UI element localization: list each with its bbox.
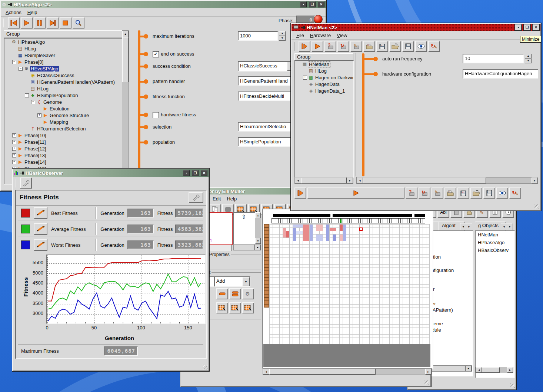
menu-edit[interactable]: Edit <box>210 195 223 202</box>
tab-scroll-right-icon[interactable]: ► <box>466 223 472 230</box>
mini-vscrollbar[interactable]: ▲ ▼ <box>255 212 261 244</box>
reload-edit-button[interactable]: ↻✎ <box>428 41 440 52</box>
fitness-plot[interactable] <box>46 255 206 324</box>
tree-expander-icon[interactable]: − <box>19 67 23 71</box>
resize-grip[interactable] <box>510 383 515 388</box>
list-item[interactable]: HNetMan <box>478 232 498 237</box>
maximize-button[interactable]: ❒ <box>309 1 316 7</box>
tree-item-hagendata-1[interactable]: ◈HagenData_1 <box>295 87 353 94</box>
scroll-right-icon[interactable]: ► <box>425 369 432 375</box>
menu-actions[interactable]: Actions <box>3 9 24 16</box>
chip-help-button[interactable]: ? <box>324 41 336 52</box>
folder-mini-button[interactable]: 01 <box>444 187 456 199</box>
tree-expander-icon[interactable]: − <box>12 60 16 64</box>
text-field-fitness-function[interactable]: HFitnessDecideMulti <box>238 92 295 101</box>
run-pause-button[interactable] <box>299 41 310 52</box>
tree-expander-icon[interactable]: − <box>25 93 29 97</box>
dropdown-icon[interactable]: ▼ <box>242 277 250 286</box>
minimize-button[interactable]: ▪ <box>515 24 522 30</box>
spinner-value[interactable]: 10 <box>463 54 524 63</box>
tree-item-mapping[interactable]: ▶Mapping <box>4 119 123 125</box>
checkbox-end-on-success[interactable]: ✓ <box>153 51 159 57</box>
tree-item-phase-12[interactable]: +▶Phase[12] <box>4 145 123 152</box>
zoom-button[interactable] <box>73 17 84 29</box>
form-hscrollbar[interactable]: ◄ ► <box>356 177 538 184</box>
run-button[interactable] <box>307 187 404 199</box>
scroll-right-icon[interactable]: ► <box>532 177 538 183</box>
color-swatch[interactable] <box>21 240 30 249</box>
bar-button[interactable] <box>216 288 228 299</box>
stop-button[interactable] <box>60 17 71 29</box>
reload-edit-button[interactable]: ↻✎ <box>509 187 521 199</box>
text-field-selection[interactable]: HTournamentSelectio <box>238 122 295 132</box>
tab-scroll-left-icon[interactable]: ◄ <box>501 223 507 230</box>
chip-help-button[interactable]: ? <box>406 187 417 199</box>
minimize-button[interactable]: ▪ <box>183 170 190 176</box>
text-field-pattern-handler[interactable]: HGeneralPatternHand <box>238 76 295 86</box>
gear-button[interactable]: ⚙ <box>242 288 254 299</box>
tree-item-hagendata[interactable]: ◈HagenData <box>295 81 353 87</box>
tree-item-phase-11[interactable]: +▶Phase[11] <box>4 139 123 145</box>
tree-item-phase-13[interactable]: +▶Phase[13] <box>4 152 123 159</box>
open-button[interactable] <box>389 41 401 52</box>
folder-mini-button[interactable]: 01 <box>363 41 375 52</box>
chip-reload-button[interactable]: ↻ <box>419 187 430 199</box>
scroll-left-icon[interactable]: ◄ <box>295 177 301 183</box>
spinner-value[interactable]: 1000 <box>238 31 278 41</box>
resize-grip[interactable] <box>424 380 429 385</box>
resize-grip[interactable] <box>203 365 207 369</box>
tree-item-hlog[interactable]: ▤HLog <box>295 67 353 74</box>
brush-button[interactable] <box>34 207 47 219</box>
preview-footer-button[interactable] <box>208 245 232 251</box>
tree-expander-icon[interactable]: + <box>12 140 16 144</box>
menu-file[interactable]: File <box>294 32 307 39</box>
table-cursor-button[interactable] <box>229 302 241 313</box>
close-button[interactable]: ✕ <box>533 24 539 30</box>
table-cursor-button[interactable] <box>242 302 254 313</box>
spin-up-icon[interactable]: ▲ <box>525 54 532 59</box>
scroll-right-icon[interactable]: ► <box>507 367 513 373</box>
pattern-preview[interactable]: 1 <box>208 212 233 245</box>
mini-hscrollbar[interactable]: ► <box>233 244 261 250</box>
tree-hscrollbar[interactable]: ◄ ► <box>294 177 353 184</box>
spin-down-icon[interactable]: ▼ <box>525 59 532 63</box>
skip-back-button[interactable] <box>8 17 20 29</box>
dblbar-button[interactable] <box>229 288 241 299</box>
scroll-thumb[interactable] <box>122 37 129 82</box>
run-button[interactable] <box>312 41 323 52</box>
text-field-population[interactable]: HSimplePopulation <box>238 137 295 147</box>
tree-item-phase-0[interactable]: −▶Phase[0] <box>4 59 123 65</box>
menu-help[interactable]: Help <box>25 9 40 16</box>
scroll-up-icon[interactable]: ▲ <box>255 212 261 218</box>
tree-expander-icon[interactable]: + <box>303 76 307 80</box>
spinner-auto-run-frequency[interactable]: 10▲▼ <box>463 54 532 63</box>
tree-item-hsimplepopulation[interactable]: −♣HSimplePopulation <box>4 92 123 99</box>
tree-header[interactable]: Group <box>294 53 353 60</box>
grid-hscrollbar[interactable]: ◄ ► <box>263 368 432 375</box>
save-button[interactable] <box>402 41 414 52</box>
tree-expander-icon[interactable]: + <box>12 147 16 151</box>
tree-item-hlog[interactable]: ▤HLog <box>4 85 123 92</box>
hphasealgo-titlebar[interactable]: ⚙ HPhaseAlgo <2> ▪ ❒ ✕ <box>1 1 326 8</box>
scroll-right-icon[interactable]: ► <box>347 177 353 183</box>
list-item[interactable]: HPhaseAlgo <box>478 240 504 245</box>
menu-view[interactable]: View <box>334 32 350 39</box>
add-combo[interactable]: Add ▼ <box>214 276 250 287</box>
pause-button[interactable] <box>34 17 46 29</box>
maximize-button[interactable]: ❒ <box>524 24 530 30</box>
scroll-thumb[interactable] <box>363 177 486 183</box>
open-button[interactable] <box>470 187 482 199</box>
scroll-down-icon[interactable]: ▼ <box>255 238 261 244</box>
color-swatch[interactable] <box>21 209 30 217</box>
tree-vscrollbar[interactable]: ▲ <box>122 30 129 184</box>
tree-expander-icon[interactable]: + <box>12 153 16 157</box>
tree-header[interactable]: Group <box>4 30 123 37</box>
settings-wrench-button[interactable] <box>20 177 32 189</box>
tab-scroll-left-icon[interactable]: ◄ <box>460 223 466 230</box>
plot-settings-wrench-button[interactable] <box>189 192 203 203</box>
resize-grip[interactable] <box>534 204 539 209</box>
hbasicobserver-titlebar[interactable]: HBasicObserver ▪ ❒ ✕ <box>13 169 209 177</box>
scroll-up-icon[interactable]: ▲ <box>122 31 129 37</box>
tree-item-phase-14[interactable]: +▶Phase[14] <box>4 159 123 165</box>
save-mini-button[interactable]: 01 <box>376 41 388 52</box>
